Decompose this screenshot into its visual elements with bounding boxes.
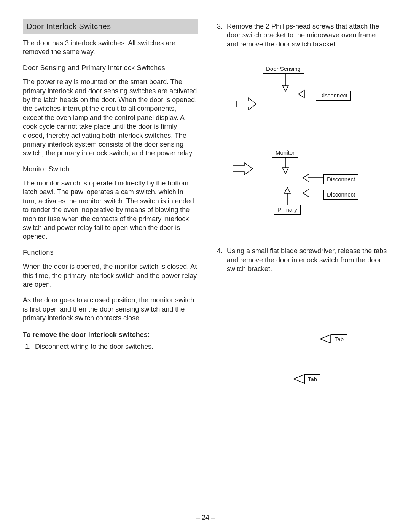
label-disconnect: Disconnect: [316, 91, 351, 101]
label-disconnect: Disconnect: [323, 174, 358, 184]
arrow-up-icon: [284, 186, 299, 207]
subheading-remove-switches: To remove the door interlock switches:: [23, 331, 198, 339]
label-tab: Tab: [331, 334, 347, 344]
arrow-down-icon: [282, 157, 297, 178]
svg-marker-15: [293, 375, 304, 383]
step-3: Remove the 2 Phillips-head screws that a…: [225, 22, 388, 49]
step-4: Using a small flat blade screwdriver, re…: [225, 247, 388, 273]
hollow-arrow-right-icon: [232, 161, 255, 176]
svg-marker-1: [282, 85, 288, 91]
two-column-layout: Door Interlock Switches The door has 3 i…: [23, 19, 388, 384]
label-disconnect: Disconnect: [323, 190, 358, 200]
svg-marker-6: [282, 168, 288, 174]
arrow-right-icon: [301, 169, 327, 184]
step-1: Disconnect wiring to the door switches.: [33, 342, 198, 351]
paragraph: When the door is opened, the monitor swi…: [23, 262, 198, 289]
section-heading: Door Interlock Switches: [23, 19, 198, 34]
subheading-functions: Functions: [23, 248, 198, 257]
subheading-monitor-switch: Monitor Switch: [23, 165, 198, 174]
tab-diagram: Tab Tab: [213, 289, 388, 384]
switch-diagram: Door Sensing Disconnect Monitor: [213, 64, 388, 224]
label-monitor: Monitor: [272, 148, 298, 158]
svg-marker-14: [320, 335, 331, 343]
removal-steps-right: Remove the 2 Phillips-head screws that a…: [213, 22, 388, 49]
right-column: Remove the 2 Phillips-head screws that a…: [213, 19, 388, 384]
label-tab: Tab: [304, 374, 320, 384]
arrow-left-icon: [291, 372, 306, 385]
arrow-left-icon: [318, 332, 333, 345]
paragraph: The power relay is mounted on the smart …: [23, 78, 198, 158]
svg-marker-4: [237, 98, 256, 110]
paragraph: The monitor switch is operated indirectl…: [23, 179, 198, 241]
svg-marker-7: [233, 163, 253, 175]
hollow-arrow-right-icon: [236, 96, 259, 112]
svg-marker-3: [298, 90, 304, 98]
page: Door Interlock Switches The door has 3 i…: [0, 0, 411, 532]
subheading-door-sensing: Door Sensing and Primary Interlock Switc…: [23, 64, 198, 72]
removal-steps-left: Disconnect wiring to the door switches.: [23, 342, 198, 351]
paragraph: As the door goes to a closed position, t…: [23, 296, 198, 323]
page-number: – 24 –: [0, 513, 411, 522]
arrow-right-icon: [301, 184, 327, 199]
intro-paragraph: The door has 3 interlock switches. All s…: [23, 39, 198, 57]
arrow-down-icon: [282, 73, 297, 96]
arrow-right-icon: [297, 85, 320, 100]
svg-marker-13: [284, 187, 290, 193]
removal-steps-right-2: Using a small flat blade screwdriver, re…: [213, 247, 388, 273]
left-column: Door Interlock Switches The door has 3 i…: [23, 19, 198, 384]
svg-marker-9: [303, 174, 309, 182]
label-door-sensing: Door Sensing: [263, 64, 304, 74]
svg-marker-11: [303, 189, 309, 197]
